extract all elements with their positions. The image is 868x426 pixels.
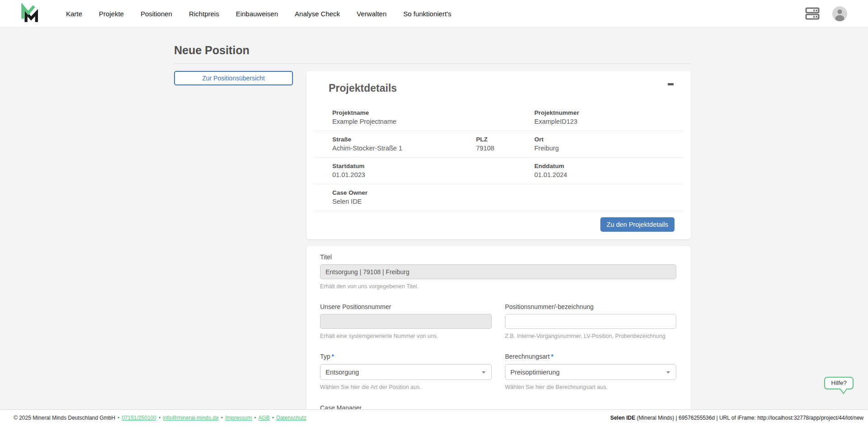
field-startdatum: Startdatum 01.01.2023 [332,163,534,178]
left-column: Zur Positionsübersicht [174,71,293,85]
mineral-minds-logo[interactable] [20,3,41,24]
session-user: Selen IDE [610,415,635,421]
berechnungsart-section: Berechnungsart* Preisoptimierung Wählen … [505,353,676,390]
field-label: PLZ [476,136,534,143]
session-details: (Mineral Minds) | 69576255536d | URL of … [635,415,863,421]
field-label: Startdatum [332,163,534,169]
chevron-down-icon [666,371,670,374]
project-details-title: Projektdetails [329,82,691,94]
impressum-link[interactable]: Impressum [225,415,252,421]
project-details-actions: Zu den Projektdetails [307,211,691,239]
logo-icon [20,3,40,24]
typ-selected-value: Entsorgung [326,369,359,376]
copyright-text: © 2025 Mineral Minds Deutschland GmbH [14,415,115,421]
position-number-section: Positionsnummer/-bezeichnung Z.B. Intern… [505,303,676,339]
berechnungsart-helper: Wählen Sie hier die Berechnungsart aus. [505,384,676,390]
separator: • [254,415,256,421]
field-value: 01.01.2023 [332,171,534,178]
go-to-project-details-button[interactable]: Zu den Projektdetails [600,217,675,232]
field-value: Selen IDE [332,198,684,205]
field-case-owner: Case Owner Selen IDE [332,189,684,205]
table-row: Startdatum 01.01.2023 Enddatum 01.01.202… [314,158,684,184]
back-to-positions-button[interactable]: Zur Positionsübersicht [174,71,293,85]
field-label: Straße [332,136,476,143]
nav-item-einbauweisen[interactable]: Einbauweisen [236,10,278,18]
field-plz: PLZ 79108 [476,136,534,152]
separator: • [118,415,119,421]
our-position-number-input [320,314,492,329]
berechnungsart-label: Berechnungsart* [505,353,676,360]
titel-input [320,264,676,279]
titel-helper: Erhält den von uns vorgegebenen Titel. [320,283,676,290]
separator: • [159,415,160,421]
nav-item-analyse-check[interactable]: Analyse Check [295,10,340,18]
berechnungsart-select[interactable]: Preisoptimierung [505,364,676,380]
project-details-rows: Projektname Example Projectname Projektn… [307,104,691,211]
our-position-number-label: Unsere Positionsnummer [320,303,492,310]
separator: • [272,415,274,421]
type-calculation-row: Typ* Entsorgung Wählen Sie hier die Art … [320,353,676,390]
field-value: Example Projectname [332,118,534,125]
top-navbar: Karte Projekte Positionen Richtpreis Ein… [0,0,868,28]
nav-item-verwalten[interactable]: Verwalten [357,10,387,18]
titel-section: Titel Erhält den von uns vorgegebenen Ti… [320,253,676,290]
typ-section: Typ* Entsorgung Wählen Sie hier die Art … [320,353,492,390]
chevron-down-icon [482,371,486,374]
nav-item-projekte[interactable]: Projekte [99,10,124,18]
agb-link[interactable]: AGB [258,415,269,421]
field-label: Ort [534,136,684,143]
position-number-input[interactable] [505,314,676,329]
field-projektname: Projektname Example Projectname [332,109,534,125]
collapse-icon[interactable] [665,79,675,89]
typ-helper: Wählen Sie hier die Art der Position aus… [320,384,492,390]
footer-left: © 2025 Mineral Minds Deutschland GmbH • … [14,415,307,421]
required-asterisk: * [551,353,553,360]
table-row: Projektname Example Projectname Projektn… [314,104,684,131]
user-avatar[interactable] [832,6,847,21]
nav-item-karte[interactable]: Karte [66,10,82,18]
our-position-number-section: Unsere Positionsnummer Erhält eine syste… [320,303,492,339]
field-value: 79108 [476,145,534,152]
field-value: Freiburg [534,145,684,152]
field-enddatum: Enddatum 01.01.2024 [534,163,684,178]
datenschutz-link[interactable]: Datenschutz [276,415,307,421]
field-value: ExampleID123 [534,118,684,125]
right-column: Projektdetails Projektname Example Proje… [307,71,691,426]
field-label: Projektname [332,109,534,116]
nav-item-richtpreis[interactable]: Richtpreis [189,10,219,18]
new-position-form-card: Titel Erhält den von uns vorgegebenen Ti… [307,246,691,426]
field-label: Case Owner [332,189,684,196]
person-icon [832,6,847,21]
typ-label: Typ* [320,353,492,360]
required-asterisk: * [332,353,334,360]
email-link[interactable]: info@mineral-minds.de [163,415,219,421]
our-position-number-helper: Erhält eine systemgenerierte Nummer von … [320,333,492,339]
field-value: 01.01.2024 [534,171,684,178]
nav-item-positionen[interactable]: Positionen [141,10,172,18]
field-value: Achim-Stocker-Straße 1 [332,145,476,152]
field-label: Projektnummer [534,109,684,116]
main-nav: Karte Projekte Positionen Richtpreis Ein… [66,10,451,18]
field-projektnummer: Projektnummer ExampleID123 [534,109,684,125]
page-title: Neue Position [174,44,691,57]
titel-label: Titel [320,253,676,261]
help-bubble[interactable]: Hilfe? [824,377,854,389]
project-details-card: Projektdetails Projektname Example Proje… [307,71,691,239]
navbar-right [805,6,847,21]
server-icon[interactable] [805,7,820,20]
phone-link[interactable]: 07151/250100 [122,415,156,421]
typ-select[interactable]: Entsorgung [320,364,492,380]
nav-item-so-funktionierts[interactable]: So funktioniert's [403,10,451,18]
field-ort: Ort Freiburg [534,136,684,152]
table-row: Case Owner Selen IDE [314,184,684,211]
position-number-helper: Z.B. Interne-Vorgangsnummer, LV-Position… [505,333,676,339]
table-row: Straße Achim-Stocker-Straße 1 PLZ 79108 … [314,131,684,158]
position-number-label: Positionsnummer/-bezeichnung [505,303,676,310]
main-content: Neue Position Zur Positionsübersicht Pro… [174,28,691,426]
separator: • [221,415,223,421]
minus-icon [668,83,674,85]
footer: © 2025 Mineral Minds Deutschland GmbH • … [0,409,868,426]
position-number-row: Unsere Positionsnummer Erhält eine syste… [320,303,676,339]
field-label: Enddatum [534,163,684,169]
berechnungsart-selected-value: Preisoptimierung [510,369,560,376]
